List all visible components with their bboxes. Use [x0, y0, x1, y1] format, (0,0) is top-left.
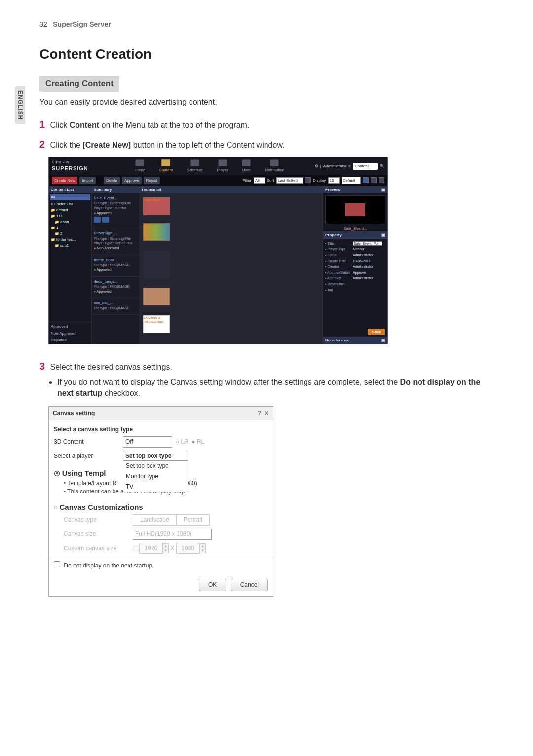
nav-content[interactable]: Content — [152, 158, 180, 174]
cancel-button[interactable]: Cancel — [231, 579, 268, 591]
display-label: Display — [313, 178, 326, 183]
option-settop[interactable]: Set top box type — [123, 461, 188, 471]
nav-distribution[interactable]: Distribution — [258, 158, 291, 174]
step-1: 1 Click Content on the Menu tab at the t… — [39, 117, 494, 131]
help-icon[interactable]: ? — [258, 410, 261, 416]
select-3d[interactable]: Off — [123, 436, 172, 448]
bullet-text-b: checkbox. — [103, 389, 140, 397]
dialog-title: Canvas setting — [53, 409, 95, 417]
edit-icon[interactable] — [94, 217, 101, 223]
distribution-icon — [270, 159, 279, 166]
nav-schedule[interactable]: Schedule — [180, 158, 210, 174]
search-input[interactable]: Content — [353, 163, 378, 169]
card-meta: Player Type : Monitor — [94, 206, 137, 211]
bullet-text-a: If you do not want to display the Canvas… — [57, 378, 400, 386]
reject-button[interactable]: Reject — [144, 177, 160, 184]
content-icon — [161, 159, 170, 166]
view-thumb-icon[interactable] — [371, 177, 377, 183]
canvas-customizations-radio[interactable]: Canvas Customizations — [54, 502, 268, 512]
row-canvas-type: Canvas type Landscape Portrait — [54, 514, 268, 526]
view-detail-icon[interactable] — [379, 177, 384, 183]
filter-rejected[interactable]: Rejected — [51, 337, 89, 343]
tree-item[interactable]: 2 — [54, 231, 90, 237]
prop-key: • Create Date — [325, 259, 353, 264]
collapse-icon[interactable]: ▣ — [381, 187, 385, 192]
delete-button[interactable]: Delete — [104, 177, 120, 184]
radio-rl[interactable]: RL — [191, 438, 204, 446]
prop-title-input[interactable] — [353, 241, 382, 246]
tree-folder-list[interactable]: > Folder List — [50, 201, 90, 207]
tree-item[interactable]: default — [50, 207, 90, 213]
x-label: X — [170, 544, 174, 553]
display-select[interactable]: 10 — [328, 177, 340, 184]
player-icon — [218, 159, 227, 166]
summary-card[interactable]: Sale_Event... File type : SupersignFile … — [92, 193, 139, 228]
prop-key: • Title — [325, 241, 353, 246]
seg-portrait[interactable]: Portrait — [177, 515, 210, 525]
spin-up-down-icon[interactable]: ▲▼ — [163, 543, 169, 553]
canvas-type-segment: Landscape Portrait — [133, 514, 210, 526]
approve-button[interactable]: Approve — [122, 177, 142, 184]
thumbnail[interactable] — [143, 251, 170, 278]
tree-all[interactable]: All — [50, 194, 90, 200]
step-1-text-a: Click — [50, 121, 70, 129]
intro-text: You can easily provide desired advertisi… — [39, 97, 494, 108]
seg-landscape[interactable]: Landscape — [133, 515, 177, 525]
import-button[interactable]: Import — [79, 177, 96, 184]
tree-item[interactable]: 1 — [50, 225, 90, 231]
collapse-icon[interactable]: ▣ — [381, 338, 385, 343]
tree-item[interactable]: aaaa — [54, 219, 90, 225]
tool-icon[interactable] — [102, 217, 109, 223]
input-height[interactable]: 1080 — [176, 543, 200, 554]
tree-item[interactable]: sub1 — [54, 243, 90, 249]
search-icon[interactable]: 🔍 — [380, 163, 384, 169]
option-tv[interactable]: TV — [123, 482, 188, 492]
checkbox-custom-size[interactable] — [133, 545, 139, 551]
prop-value: Administrator — [353, 265, 373, 269]
subsection-title: Creating Content — [39, 76, 119, 92]
checkbox-dont-display[interactable] — [54, 561, 60, 567]
sort-select[interactable]: Last Edited — [276, 177, 303, 184]
filter-approved[interactable]: Approved — [51, 323, 89, 330]
section-title: Content Creation — [39, 44, 494, 64]
nav-home[interactable]: Home — [128, 158, 152, 174]
prop-key: • Approver — [325, 276, 353, 281]
tree-item[interactable]: folder tes... — [50, 237, 90, 243]
gear-icon[interactable]: ⚙ — [315, 163, 318, 169]
tree-item[interactable]: 111 — [50, 213, 90, 219]
ok-button[interactable]: OK — [199, 579, 226, 591]
approval-filter: Approved Non-Approved Rejected — [49, 322, 91, 344]
nav-user[interactable]: User — [235, 158, 258, 174]
view-list-icon[interactable] — [363, 177, 369, 183]
nav-content-label: Content — [159, 168, 173, 172]
logout-icon[interactable]: ⎋ — [348, 163, 351, 169]
close-icon[interactable]: ✕ — [264, 410, 269, 416]
nav-player[interactable]: Player — [210, 158, 235, 174]
sort-dir-icon[interactable] — [305, 177, 311, 183]
summary-card[interactable]: SuperSign_... File type : SupersignFile … — [92, 228, 139, 255]
folder-tree[interactable]: All > Folder List default 111 aaaa 1 2 f… — [49, 193, 91, 322]
summary-card[interactable]: title_bar_... File type : PNG(IMAGE) — [92, 298, 139, 315]
card-meta: File type : PNG(IMAGE) — [94, 284, 137, 289]
thumbnail[interactable]: EXCITING & INTERESTING — [143, 315, 170, 333]
thumbnail[interactable]: Instant Event — [143, 197, 170, 215]
filter-non-approved[interactable]: Non-Approved — [51, 330, 89, 337]
save-button[interactable]: Save — [368, 329, 385, 335]
user-label[interactable]: Administrator — [323, 163, 346, 169]
input-width[interactable]: 1920 — [139, 543, 163, 554]
summary-card[interactable]: deco_tongs... File type : PNG(IMAGE) App… — [92, 277, 139, 299]
select-player[interactable]: Set top box type Set top box type Monito… — [123, 451, 188, 462]
summary-card[interactable]: frame_boar... File type : PNG(IMAGE) App… — [92, 255, 139, 277]
radio-lr[interactable]: LR — [176, 438, 189, 446]
collapse-icon[interactable]: ▣ — [381, 232, 385, 238]
filter-label: Filter — [243, 178, 252, 183]
select-canvas-size[interactable]: Full HD(1920 x 1080) — [133, 529, 212, 540]
thumbnail[interactable] — [143, 223, 170, 241]
thumbnail[interactable] — [143, 288, 170, 305]
option-monitor[interactable]: Monitor type — [123, 471, 188, 482]
filter-select[interactable]: All — [254, 177, 265, 184]
spin-up-down-icon[interactable]: ▲▼ — [200, 543, 206, 553]
prop-key: • Tag — [325, 288, 353, 293]
default-select[interactable]: Default — [342, 177, 361, 184]
create-new-button[interactable]: Create New — [52, 177, 77, 184]
